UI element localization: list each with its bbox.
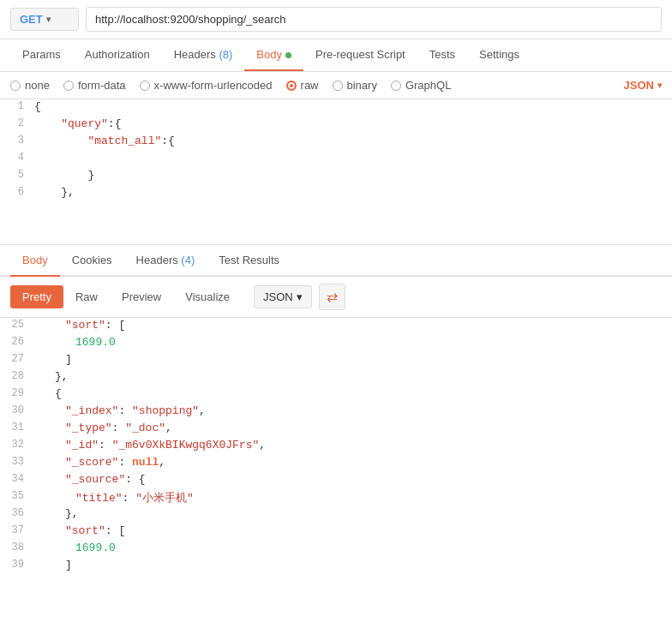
resp-line-29: 29 { bbox=[0, 386, 672, 404]
request-code-editor[interactable]: 1 { 2 "query":{ 3 "match_all":{ 4 5 } 6 … bbox=[0, 99, 672, 245]
radio-form-data[interactable]: form-data bbox=[63, 79, 126, 92]
radio-graphql[interactable]: GraphQL bbox=[391, 79, 451, 92]
resp-line-25: 25 "sort": [ bbox=[0, 318, 672, 335]
response-subtabs: Pretty Raw Preview Visualize JSON ▾ ⇄ bbox=[0, 277, 672, 318]
resp-line-32: 32 "_id": "_m6v0XkBIKwgq6X0JFrs", bbox=[0, 438, 672, 455]
subtab-pretty[interactable]: Pretty bbox=[10, 285, 63, 308]
code-line-6: 6 }, bbox=[0, 185, 672, 202]
subtab-preview[interactable]: Preview bbox=[110, 285, 173, 308]
code-line-1: 1 { bbox=[0, 99, 672, 117]
resp-line-26: 26 1699.0 bbox=[0, 335, 672, 352]
method-select[interactable]: GET ▾ bbox=[10, 8, 79, 31]
subtab-visualize[interactable]: Visualize bbox=[173, 285, 242, 308]
tab-headers[interactable]: Headers (8) bbox=[162, 39, 245, 71]
resp-line-37: 37 "sort": [ bbox=[0, 523, 672, 541]
wrap-button[interactable]: ⇄ bbox=[319, 284, 345, 310]
resp-line-36: 36 }, bbox=[0, 506, 672, 523]
code-line-4: 4 bbox=[0, 151, 672, 168]
tab-params[interactable]: Params bbox=[10, 39, 73, 71]
radio-x-www[interactable]: x-www-form-urlencoded bbox=[140, 79, 273, 92]
resp-line-39: 39 ] bbox=[0, 558, 672, 575]
radio-circle-none bbox=[10, 81, 21, 91]
response-tab-cookies[interactable]: Cookies bbox=[60, 245, 124, 277]
method-chevron-icon: ▾ bbox=[46, 15, 51, 24]
tab-settings[interactable]: Settings bbox=[467, 39, 531, 71]
response-body: 25 "sort": [ 26 1699.0 27 ] 28 }, 29 { 3… bbox=[0, 318, 672, 582]
response-format-select[interactable]: JSON ▾ bbox=[254, 285, 312, 308]
method-label: GET bbox=[20, 13, 43, 26]
resp-line-31: 31 "_type": "_doc", bbox=[0, 421, 672, 438]
subtab-raw[interactable]: Raw bbox=[63, 285, 110, 308]
json-chevron-icon: ▾ bbox=[657, 81, 662, 90]
code-line-3: 3 "match_all":{ bbox=[0, 134, 672, 151]
radio-circle-form-data bbox=[63, 81, 74, 91]
radio-label-form-data: form-data bbox=[78, 79, 126, 92]
radio-label-raw: raw bbox=[301, 79, 319, 92]
code-line-2: 2 "query":{ bbox=[0, 117, 672, 134]
json-format-label: JSON bbox=[624, 79, 654, 92]
resp-line-35: 35 "title": "小米手机" bbox=[0, 489, 672, 506]
radio-raw[interactable]: raw bbox=[286, 79, 319, 92]
resp-line-34: 34 "_source": { bbox=[0, 472, 672, 489]
radio-label-x-www: x-www-form-urlencoded bbox=[154, 79, 273, 92]
tab-authorization[interactable]: Authorization bbox=[73, 39, 162, 71]
tab-body[interactable]: Body bbox=[244, 39, 303, 71]
headers-badge: (8) bbox=[219, 48, 232, 61]
response-tab-test-results[interactable]: Test Results bbox=[207, 245, 291, 277]
resp-line-33: 33 "_score": null, bbox=[0, 455, 672, 472]
radio-label-binary: binary bbox=[347, 79, 377, 92]
code-line-5: 5 } bbox=[0, 168, 672, 185]
response-format-chevron-icon: ▾ bbox=[297, 290, 303, 303]
radio-binary[interactable]: binary bbox=[333, 79, 377, 92]
response-tab-headers[interactable]: Headers (4) bbox=[124, 245, 207, 277]
response-format-label: JSON bbox=[263, 290, 293, 303]
radio-circle-binary bbox=[333, 81, 343, 91]
radio-circle-raw bbox=[286, 81, 297, 91]
radio-none[interactable]: none bbox=[10, 79, 50, 92]
resp-line-28: 28 }, bbox=[0, 369, 672, 386]
resp-line-27: 27 ] bbox=[0, 352, 672, 369]
json-format-select[interactable]: JSON ▾ bbox=[624, 79, 662, 92]
url-bar: GET ▾ bbox=[0, 0, 672, 39]
radio-label-graphql: GraphQL bbox=[405, 79, 451, 92]
radio-circle-graphql bbox=[391, 81, 401, 91]
tab-tests[interactable]: Tests bbox=[417, 39, 467, 71]
response-tab-body[interactable]: Body bbox=[10, 245, 60, 277]
radio-circle-x-www bbox=[140, 81, 150, 91]
resp-line-30: 30 "_index": "shopping", bbox=[0, 404, 672, 421]
response-tabs: Body Cookies Headers (4) Test Results bbox=[0, 245, 672, 277]
radio-label-none: none bbox=[25, 79, 50, 92]
nav-tabs: Params Authorization Headers (8) Body Pr… bbox=[0, 39, 672, 72]
response-headers-badge: (4) bbox=[181, 254, 195, 266]
url-input[interactable] bbox=[86, 7, 662, 32]
tab-pre-request-script[interactable]: Pre-request Script bbox=[303, 39, 417, 71]
resp-line-38: 38 1699.0 bbox=[0, 541, 672, 558]
body-dot bbox=[285, 52, 291, 58]
body-type-row: none form-data x-www-form-urlencoded raw… bbox=[0, 72, 672, 99]
